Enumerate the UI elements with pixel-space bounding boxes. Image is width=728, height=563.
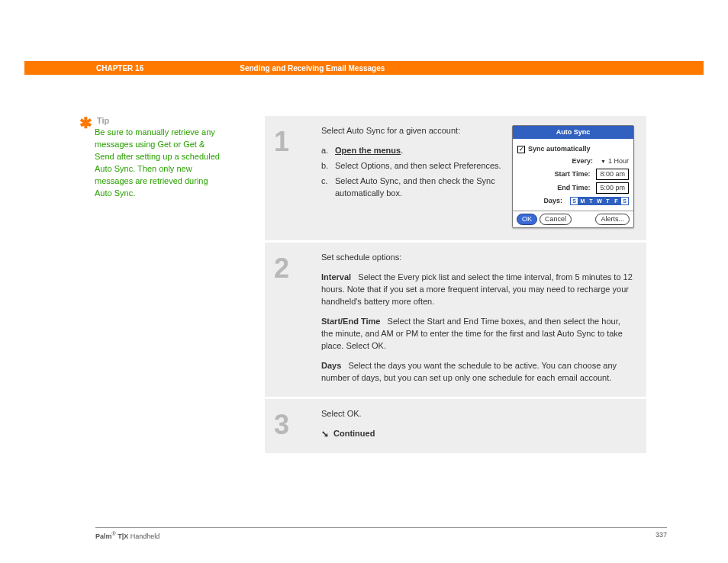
asterisk-icon: ✱ <box>79 119 92 127</box>
continued-arrow-icon: ➘ <box>321 428 329 441</box>
footer-brand: Palm® T|X Handheld <box>95 531 159 541</box>
every-picklist[interactable]: ▼ 1 Hour <box>601 156 629 166</box>
step-number: 2 <box>274 252 303 384</box>
days-text: Select the days you want the schedule to… <box>321 361 617 382</box>
step-2-intro: Set schedule options: <box>321 252 634 264</box>
startend-paragraph: Start/End Time Select the Start and End … <box>321 316 634 352</box>
checkbox-icon[interactable]: ✓ <box>517 146 525 153</box>
page-number: 337 <box>656 531 667 541</box>
auto-sync-dialog: Auto Sync ✓ Sync automatically Every: ▼ … <box>512 125 634 228</box>
list-letter: a. <box>321 145 335 157</box>
every-row: Every: ▼ 1 Hour <box>517 156 629 166</box>
step-1-text: Select Auto Sync for a given account: a.… <box>321 125 501 203</box>
list-letter: c. <box>321 175 335 200</box>
day-toggle[interactable]: S <box>570 197 578 205</box>
day-toggle[interactable]: T <box>604 197 612 205</box>
step-1: 1 Select Auto Sync for a given account: … <box>265 116 646 243</box>
interval-text: Select the Every pick list and select th… <box>321 272 633 306</box>
list-letter: b. <box>321 160 335 172</box>
days-label: Days <box>321 361 341 370</box>
step-2: 2 Set schedule options: Interval Select … <box>265 243 646 398</box>
open-menus-link[interactable]: Open the menus <box>335 146 401 155</box>
brand-name: Palm <box>95 532 112 540</box>
page-footer: Palm® T|X Handheld 337 <box>95 527 667 541</box>
list-item: c. Select Auto Sync, and then check the … <box>321 175 501 200</box>
list-text: Select Options, and then select Preferen… <box>335 160 501 172</box>
end-time-label: End Time: <box>557 183 590 193</box>
list-item: b. Select Options, and then select Prefe… <box>321 160 501 172</box>
days-paragraph: Days Select the days you want the schedu… <box>321 360 634 384</box>
day-toggle[interactable]: F <box>612 197 620 205</box>
interval-label: Interval <box>321 272 351 282</box>
start-time-row: Start Time: 8:00 am <box>517 169 629 180</box>
tip-body: Be sure to manually retrieve any message… <box>79 127 224 200</box>
sync-auto-label: Sync automatically <box>528 144 591 154</box>
dialog-title: Auto Sync <box>513 126 633 139</box>
startend-label: Start/End Time <box>321 317 380 326</box>
dialog-buttons: OK Cancel Alerts... <box>513 211 633 227</box>
days-label: Days: <box>543 196 562 206</box>
every-label: Every: <box>572 156 594 166</box>
step-1-intro: Select Auto Sync for a given account: <box>321 125 501 137</box>
steps-container: 1 Select Auto Sync for a given account: … <box>265 116 646 453</box>
end-time-field[interactable]: 5:00 pm <box>596 182 629 194</box>
days-picker[interactable]: S M T W T F S <box>570 197 629 205</box>
cancel-button[interactable]: Cancel <box>540 214 572 225</box>
step-3-text: Select OK. <box>321 408 634 420</box>
days-row: Days: S M T W T F S <box>517 196 629 206</box>
day-toggle[interactable]: S <box>620 197 629 205</box>
ok-button[interactable]: OK <box>517 214 537 225</box>
continued-label: Continued <box>333 428 375 440</box>
alerts-button[interactable]: Alerts... <box>595 214 630 225</box>
day-toggle[interactable]: W <box>595 197 604 205</box>
chevron-down-icon: ▼ <box>601 158 606 166</box>
brand-model: T|X <box>116 532 130 540</box>
tip-block: ✱ Tip Be sure to manually retrieve any m… <box>79 116 224 200</box>
start-time-field[interactable]: 8:00 am <box>596 169 629 180</box>
list-item: a. Open the menus. <box>321 145 501 157</box>
step-number: 1 <box>274 125 303 228</box>
interval-paragraph: Interval Select the Every pick list and … <box>321 272 634 308</box>
sync-auto-row: ✓ Sync automatically <box>517 144 629 154</box>
tip-heading-row: ✱ Tip <box>79 116 224 125</box>
header-bar: CHAPTER 16 Sending and Receiving Email M… <box>24 61 704 75</box>
list-text: Select Auto Sync, and then check the Syn… <box>335 175 501 200</box>
period: . <box>401 146 403 155</box>
step-number: 3 <box>274 408 303 441</box>
every-value: 1 Hour <box>608 156 629 166</box>
tip-heading: Tip <box>97 116 109 125</box>
end-time-row: End Time: 5:00 pm <box>517 182 629 194</box>
step-1-list: a. Open the menus. b. Select Options, an… <box>321 145 501 200</box>
brand-suffix: Handheld <box>130 532 160 540</box>
start-time-label: Start Time: <box>555 169 591 179</box>
chapter-label: CHAPTER 16 <box>96 64 143 72</box>
step-3: 3 Select OK. ➘ Continued <box>265 399 646 453</box>
day-toggle[interactable]: M <box>578 197 587 205</box>
section-title: Sending and Receiving Email Messages <box>240 64 385 72</box>
continued-marker: ➘ Continued <box>321 428 634 441</box>
day-toggle[interactable]: T <box>587 197 595 205</box>
